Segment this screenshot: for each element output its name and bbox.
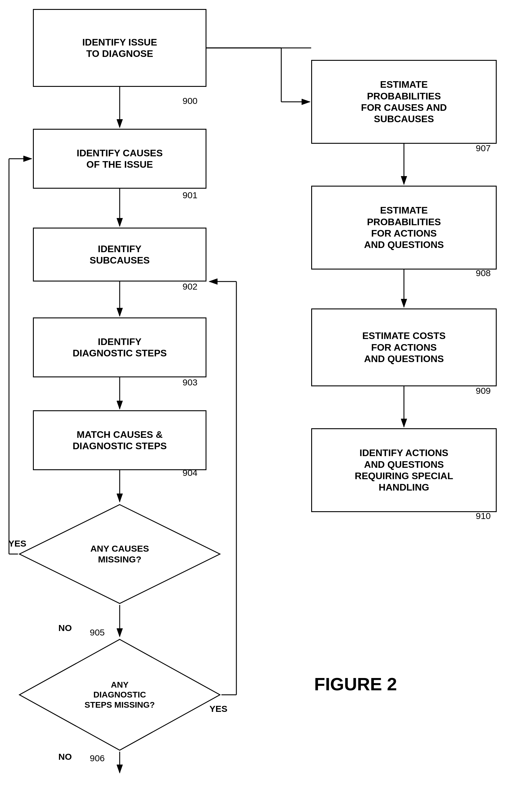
flowchart: IDENTIFY ISSUE TO DIAGNOSE IDENTIFY CAUS… — [0, 0, 532, 805]
identify-actions-box: IDENTIFY ACTIONS AND QUESTIONS REQUIRING… — [311, 428, 497, 512]
estimate-prob-actions-box: ESTIMATE PROBABILITIES FOR ACTIONS AND Q… — [311, 186, 497, 270]
any-causes-missing-diamond: ANY CAUSES MISSING? — [18, 503, 222, 605]
label-908: 908 — [476, 268, 491, 278]
estimate-costs-box: ESTIMATE COSTS FOR ACTIONS AND QUESTIONS — [311, 309, 497, 386]
identify-issue-box: IDENTIFY ISSUE TO DIAGNOSE — [33, 9, 207, 87]
identify-diag-steps-label: IDENTIFY DIAGNOSTIC STEPS — [73, 336, 167, 359]
label-yes-left: YES — [8, 538, 26, 549]
estimate-prob-actions-label: ESTIMATE PROBABILITIES FOR ACTIONS AND Q… — [364, 204, 444, 251]
label-907: 907 — [476, 143, 491, 153]
identify-actions-label: IDENTIFY ACTIONS AND QUESTIONS REQUIRING… — [355, 447, 453, 493]
label-906: 906 — [90, 753, 105, 763]
label-902: 902 — [183, 281, 197, 292]
label-no-905: NO — [58, 623, 72, 633]
label-905: 905 — [90, 627, 105, 638]
label-yes-906: YES — [209, 704, 227, 714]
estimate-prob-causes-label: ESTIMATE PROBABILITIES FOR CAUSES AND SU… — [361, 79, 447, 125]
label-no-906: NO — [58, 752, 72, 762]
match-causes-box: MATCH CAUSES & DIAGNOSTIC STEPS — [33, 410, 207, 470]
match-causes-label: MATCH CAUSES & DIAGNOSTIC STEPS — [73, 429, 167, 452]
label-903: 903 — [183, 377, 197, 387]
label-904: 904 — [183, 468, 197, 478]
identify-diag-steps-box: IDENTIFY DIAGNOSTIC STEPS — [33, 317, 207, 377]
estimate-costs-label: ESTIMATE COSTS FOR ACTIONS AND QUESTIONS — [362, 330, 446, 364]
label-910: 910 — [476, 511, 491, 521]
identify-causes-box: IDENTIFY CAUSES OF THE ISSUE — [33, 129, 207, 189]
identify-subcauses-box: IDENTIFY SUBCAUSES — [33, 227, 207, 281]
estimate-prob-causes-box: ESTIMATE PROBABILITIES FOR CAUSES AND SU… — [311, 60, 497, 144]
label-901: 901 — [183, 190, 197, 200]
any-causes-missing-label: ANY CAUSES MISSING? — [90, 543, 149, 565]
label-909: 909 — [476, 386, 491, 396]
any-diag-steps-missing-label: ANY DIAGNOSTIC STEPS MISSING? — [85, 680, 155, 710]
identify-causes-label: IDENTIFY CAUSES OF THE ISSUE — [77, 147, 163, 170]
identify-issue-label: IDENTIFY ISSUE TO DIAGNOSE — [82, 37, 157, 60]
any-diag-steps-missing-diamond: ANY DIAGNOSTIC STEPS MISSING? — [18, 638, 222, 752]
identify-subcauses-label: IDENTIFY SUBCAUSES — [90, 243, 150, 266]
label-900: 900 — [183, 96, 197, 106]
figure-2-label: FIGURE 2 — [314, 674, 397, 695]
